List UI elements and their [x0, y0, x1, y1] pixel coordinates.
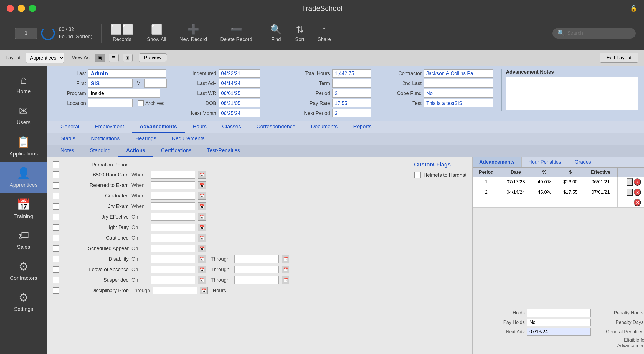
- disability-on-date[interactable]: [151, 255, 195, 263]
- leave-absence-through-date[interactable]: [234, 266, 279, 273]
- adv-tab-advancements[interactable]: Advancements: [473, 157, 522, 167]
- leave-absence-on-date[interactable]: [151, 266, 195, 273]
- tab-documents[interactable]: Documents: [303, 121, 345, 133]
- adv-del-btn-1[interactable]: ✕: [634, 178, 641, 186]
- next-month-input[interactable]: [219, 109, 260, 117]
- dob-input[interactable]: [219, 99, 260, 107]
- sidebar-item-applications[interactable]: 📋 Applications: [0, 130, 47, 162]
- light-duty-date[interactable]: [151, 224, 195, 231]
- light-duty-cal[interactable]: 📅: [198, 224, 206, 231]
- holds-input[interactable]: [527, 309, 591, 317]
- disciplinary-prob-checkbox[interactable]: [53, 287, 59, 294]
- adv-del-btn-2[interactable]: ✕: [634, 189, 641, 196]
- indentured-input[interactable]: [219, 69, 260, 78]
- advancement-notes-input[interactable]: [506, 77, 638, 110]
- minimize-button[interactable]: [18, 5, 25, 12]
- adv-tab-grades[interactable]: Grades: [568, 157, 598, 167]
- view-table-button[interactable]: ⊞: [123, 54, 133, 62]
- disability-on-cal[interactable]: 📅: [198, 255, 206, 263]
- first-name-input[interactable]: [88, 79, 133, 88]
- records-nav[interactable]: ⬜⬜ Records: [104, 24, 140, 42]
- tab-certifications[interactable]: Certifications: [153, 145, 199, 157]
- delete-record-button[interactable]: ➖ Delete Record: [214, 24, 259, 42]
- show-all-button[interactable]: ⬜ Show All: [140, 24, 173, 42]
- disciplinary-prob-date[interactable]: [153, 287, 197, 294]
- layout-select[interactable]: Apprentices: [26, 53, 64, 63]
- cautioned-date[interactable]: [151, 234, 195, 242]
- close-button[interactable]: [7, 5, 14, 12]
- last-adv-input[interactable]: [219, 79, 260, 88]
- jry-effective-date[interactable]: [151, 213, 195, 221]
- leave-absence-through-cal[interactable]: 📅: [282, 266, 289, 273]
- next-period-input[interactable]: [332, 109, 371, 117]
- view-list-button[interactable]: ☰: [109, 54, 119, 62]
- tab-general[interactable]: General: [53, 121, 87, 133]
- tab-test-penalties[interactable]: Test-Penalties: [199, 145, 248, 157]
- 6500-hour-card-checkbox[interactable]: [53, 171, 59, 178]
- view-form-button[interactable]: ▣: [95, 54, 105, 62]
- disciplinary-prob-cal[interactable]: 📅: [200, 287, 208, 294]
- tab-standing[interactable]: Standing: [82, 145, 118, 157]
- suspended-checkbox[interactable]: [53, 277, 59, 283]
- tab-hearings[interactable]: Hearings: [127, 133, 164, 145]
- tab-correspondence[interactable]: Correspondence: [249, 121, 303, 133]
- disability-through-cal[interactable]: 📅: [282, 255, 289, 263]
- period-input[interactable]: [332, 89, 371, 98]
- cope-fund-input[interactable]: [424, 89, 493, 98]
- last-wr-input[interactable]: [219, 89, 260, 98]
- adv-copy-btn-2[interactable]: ⬜: [627, 189, 633, 196]
- tab-classes[interactable]: Classes: [214, 121, 249, 133]
- sidebar-item-apprentices[interactable]: 👤 Apprentices: [0, 162, 47, 193]
- probation-period-checkbox[interactable]: [53, 161, 59, 168]
- 6500-hour-card-cal[interactable]: 📅: [198, 171, 206, 179]
- pay-rate-input[interactable]: [332, 99, 371, 107]
- sidebar-item-home[interactable]: ⌂ Home: [0, 69, 47, 99]
- helmets-hardhat-checkbox[interactable]: [414, 172, 421, 178]
- graduated-date[interactable]: [151, 192, 195, 200]
- tab-actions[interactable]: Actions: [118, 145, 153, 157]
- tab-notes[interactable]: Notes: [53, 145, 82, 157]
- last-name-input[interactable]: [88, 69, 166, 78]
- disability-checkbox[interactable]: [53, 256, 59, 262]
- referred-exam-checkbox[interactable]: [53, 182, 59, 189]
- jry-exam-date[interactable]: [151, 202, 195, 210]
- sidebar-item-contractors[interactable]: ⚙ Contractors: [0, 255, 47, 286]
- jry-exam-cal[interactable]: 📅: [198, 202, 206, 210]
- suspended-on-cal[interactable]: 📅: [198, 276, 206, 284]
- tab-hours[interactable]: Hours: [185, 121, 214, 133]
- share-button[interactable]: ↑ Share: [311, 24, 338, 42]
- graduated-cal[interactable]: 📅: [198, 192, 206, 200]
- maximize-button[interactable]: [29, 5, 36, 12]
- adv-copy-btn-1[interactable]: ⬜: [627, 178, 633, 186]
- middle-initial-input[interactable]: [144, 79, 167, 88]
- suspended-through-date[interactable]: [234, 276, 279, 284]
- scheduled-appear-date[interactable]: [151, 245, 195, 252]
- tab-advancements[interactable]: Advancements: [132, 121, 185, 133]
- term-input[interactable]: [332, 79, 371, 88]
- scheduled-appear-checkbox[interactable]: [53, 245, 59, 252]
- tab-reports[interactable]: Reports: [345, 121, 379, 133]
- contractor-input[interactable]: [424, 69, 493, 78]
- adv-del-btn-3[interactable]: ✕: [634, 199, 641, 206]
- suspended-through-cal[interactable]: 📅: [282, 276, 289, 284]
- preview-button[interactable]: Preview: [139, 53, 167, 62]
- archived-checkbox[interactable]: [138, 100, 144, 106]
- location-input[interactable]: [88, 99, 133, 107]
- sidebar-item-sales[interactable]: 🏷 Sales: [0, 224, 47, 255]
- program-input[interactable]: [88, 89, 160, 98]
- search-input[interactable]: [567, 30, 631, 36]
- record-number-input[interactable]: [15, 28, 37, 39]
- tab-notifications[interactable]: Notifications: [83, 133, 128, 145]
- find-button[interactable]: 🔍 Find: [263, 24, 288, 42]
- disability-through-date[interactable]: [234, 255, 279, 263]
- next-adv-input[interactable]: [527, 328, 591, 336]
- leave-absence-on-cal[interactable]: 📅: [198, 266, 206, 273]
- leave-absence-checkbox[interactable]: [53, 266, 59, 273]
- tab-status[interactable]: Status: [53, 133, 83, 145]
- new-record-button[interactable]: ➕ New Record: [173, 24, 214, 42]
- jry-effective-checkbox[interactable]: [53, 214, 59, 220]
- referred-exam-cal[interactable]: 📅: [198, 181, 206, 189]
- scheduled-appear-cal[interactable]: 📅: [198, 245, 206, 252]
- jry-exam-checkbox[interactable]: [53, 203, 59, 210]
- sidebar-item-training[interactable]: 📅 Training: [0, 193, 47, 224]
